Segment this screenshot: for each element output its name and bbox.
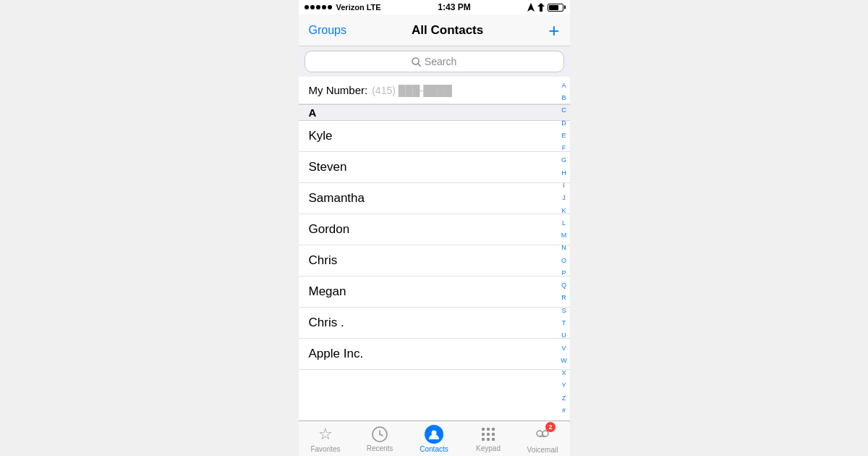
list-item[interactable]: Apple Inc. — [299, 339, 570, 370]
alpha-f[interactable]: F — [562, 145, 566, 152]
list-item[interactable]: Steven — [299, 152, 570, 183]
voicemail-wrapper: 2 — [534, 424, 551, 444]
search-container: Search — [299, 46, 570, 77]
alpha-z[interactable]: Z — [562, 395, 566, 402]
svg-rect-8 — [482, 428, 485, 431]
keypad-icon — [480, 426, 497, 443]
my-number-row: My Number: (415) ███-████ — [299, 77, 570, 104]
alpha-g[interactable]: G — [561, 157, 566, 164]
svg-rect-11 — [482, 433, 485, 436]
contacts-label: Contacts — [420, 445, 448, 453]
svg-rect-13 — [492, 433, 495, 436]
favorites-icon: ☆ — [318, 425, 333, 444]
recents-label: Recents — [367, 444, 393, 452]
voicemail-label: Voicemail — [527, 446, 558, 454]
tab-bar: ☆ Favorites Recents Contacts — [299, 421, 570, 456]
nav-title: All Contacts — [412, 23, 483, 38]
alpha-i[interactable]: I — [563, 182, 565, 190]
list-item[interactable]: Gordon — [299, 214, 570, 245]
contacts-list: My Number: (415) ███-████ A Kyle Steven … — [299, 77, 570, 421]
list-item[interactable]: Chris — [299, 245, 570, 276]
alpha-b[interactable]: B — [561, 95, 566, 102]
alpha-j[interactable]: J — [562, 195, 566, 202]
status-bar: Verizon LTE 1:43 PM — [299, 0, 570, 14]
status-left: Verizon LTE — [305, 3, 381, 12]
contact-name: Chris — [309, 253, 338, 268]
my-number-value: (415) ███-████ — [372, 85, 452, 96]
favorites-label: Favorites — [310, 445, 340, 453]
voicemail-badge: 2 — [545, 422, 556, 432]
alpha-t[interactable]: T — [562, 320, 566, 327]
svg-rect-14 — [482, 438, 485, 441]
search-bar[interactable]: Search — [305, 51, 564, 72]
contact-name: Gordon — [309, 222, 350, 237]
carrier: Verizon — [336, 3, 365, 12]
nav-bar: Groups All Contacts + — [299, 14, 570, 46]
alpha-n[interactable]: N — [561, 245, 566, 252]
list-item[interactable]: Kyle — [299, 121, 570, 152]
recents-icon — [371, 426, 388, 443]
alpha-k[interactable]: K — [561, 208, 566, 215]
svg-line-6 — [380, 434, 383, 436]
alpha-m[interactable]: M — [561, 232, 567, 240]
lte: LTE — [367, 3, 381, 12]
my-number-label: My Number: — [309, 84, 368, 96]
svg-rect-12 — [487, 433, 490, 436]
alpha-l[interactable]: L — [562, 220, 566, 227]
alpha-o[interactable]: O — [561, 258, 566, 265]
alpha-a[interactable]: A — [561, 83, 566, 90]
alpha-p[interactable]: P — [561, 270, 566, 277]
alpha-x[interactable]: X — [561, 370, 566, 377]
tab-keypad[interactable]: Keypad — [461, 426, 516, 452]
tab-contacts[interactable]: Contacts — [407, 425, 461, 453]
alpha-e[interactable]: E — [561, 132, 566, 140]
alpha-c[interactable]: C — [561, 107, 566, 114]
search-placeholder: Search — [425, 56, 456, 67]
contacts-scroll[interactable]: My Number: (415) ███-████ A Kyle Steven … — [299, 77, 570, 421]
list-item[interactable]: Megan — [299, 276, 570, 308]
time: 1:43 PM — [438, 2, 470, 12]
add-contact-button[interactable]: + — [548, 21, 559, 40]
alpha-v[interactable]: V — [561, 345, 566, 352]
tab-recents[interactable]: Recents — [353, 426, 407, 452]
contacts-icon — [425, 425, 443, 444]
location-icon — [527, 3, 535, 12]
svg-rect-15 — [487, 438, 490, 441]
list-item[interactable]: Chris . — [299, 308, 570, 339]
tab-favorites[interactable]: ☆ Favorites — [299, 425, 353, 453]
svg-rect-10 — [492, 428, 495, 431]
contact-name: Samantha — [309, 191, 365, 206]
svg-marker-0 — [527, 3, 535, 12]
phone-frame: Verizon LTE 1:43 PM Groups All Contacts … — [299, 0, 570, 456]
section-header-a: A — [299, 104, 570, 121]
svg-rect-16 — [492, 438, 495, 441]
alpha-s[interactable]: S — [561, 308, 566, 315]
contact-name: Apple Inc. — [309, 347, 364, 361]
svg-point-17 — [537, 431, 542, 436]
alpha-y[interactable]: Y — [561, 382, 566, 389]
alpha-w[interactable]: W — [561, 358, 567, 365]
contact-name: Chris . — [309, 316, 344, 330]
contact-name: Kyle — [309, 129, 333, 143]
groups-button[interactable]: Groups — [309, 24, 346, 37]
keypad-label: Keypad — [476, 444, 501, 452]
signal-dots — [305, 5, 332, 9]
arrow-icon — [537, 3, 545, 12]
list-item[interactable]: Samantha — [299, 183, 570, 214]
contact-name: Steven — [309, 160, 347, 174]
search-icon — [412, 57, 421, 67]
status-right — [527, 3, 563, 12]
alpha-d[interactable]: D — [561, 120, 566, 127]
tab-voicemail[interactable]: 2 Voicemail — [516, 424, 570, 454]
svg-line-3 — [418, 64, 421, 67]
alpha-hash[interactable]: # — [562, 408, 566, 415]
alpha-h[interactable]: H — [561, 170, 566, 177]
alpha-u[interactable]: U — [561, 332, 566, 339]
alpha-index[interactable]: A B C D E F G H I J K L M N O P Q R S T … — [558, 77, 570, 421]
alpha-r[interactable]: R — [561, 295, 566, 302]
contact-name: Megan — [309, 284, 346, 299]
alpha-q[interactable]: Q — [561, 282, 566, 290]
svg-rect-9 — [487, 428, 490, 431]
svg-marker-1 — [537, 3, 545, 12]
battery-icon — [548, 4, 563, 12]
